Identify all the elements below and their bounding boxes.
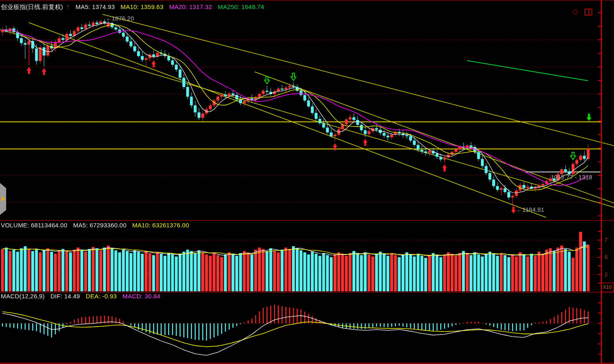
volume-axis-label: 7	[605, 237, 607, 243]
sidebar-expand-tab[interactable]	[0, 183, 6, 215]
low-price-label: ←1184.91	[517, 206, 544, 213]
volume-ma10-value: MA10: 63261376.00	[132, 222, 189, 229]
volume-value: VOLUME: 68113464.00	[1, 222, 67, 229]
up-arrow-icon: ↑	[67, 3, 70, 10]
macd-panel-header: MACD(12,26,9)DIF: 14.49DEA: -0.93MACD: 3…	[1, 293, 166, 300]
high-price-label: ←1876.20	[106, 15, 134, 22]
macd-name: MACD(12,26,9)	[1, 293, 45, 300]
ma5-value: MA5: 1374.93	[76, 3, 115, 10]
volume-axis-label: 5	[605, 254, 607, 260]
diamond-icon[interactable]: ◇	[573, 7, 579, 15]
left-arrow-icon: ←	[517, 207, 522, 213]
macd-value: MACD: 30.84	[122, 293, 160, 300]
range-tool-label: 1312.77 - 1318	[551, 174, 592, 181]
left-arrow-icon: ←	[106, 16, 111, 22]
chart-window: 创业板指(日线.前复权)↑MA5: 1374.93MA10: 1359.63MA…	[0, 0, 614, 364]
expand-right-icon	[1, 196, 5, 202]
instrument-title: 创业板指(日线.前复权)	[1, 3, 63, 10]
ma250-value: MA250: 1648.74	[218, 3, 264, 10]
price-panel-header: 创业板指(日线.前复权)↑MA5: 1374.93MA10: 1359.63MA…	[1, 3, 270, 11]
volume-unit-label: X10	[603, 284, 612, 290]
ma10-value: MA10: 1359.63	[121, 3, 163, 10]
volume-panel-header: VOLUME: 68113464.00MA5: 67293360.00MA10:…	[1, 222, 195, 229]
window-icon[interactable]	[584, 9, 592, 16]
volume-ma5-value: MA5: 67293360.00	[73, 222, 126, 229]
dea-value: DEA: -0.93	[86, 293, 117, 300]
window-icon-bar	[589, 9, 589, 15]
volume-axis-label: 2	[605, 271, 607, 277]
dif-value: DIF: 14.49	[51, 293, 80, 300]
ma20-value: MA20: 1317.32	[169, 3, 212, 10]
chart-canvas[interactable]	[0, 0, 614, 364]
